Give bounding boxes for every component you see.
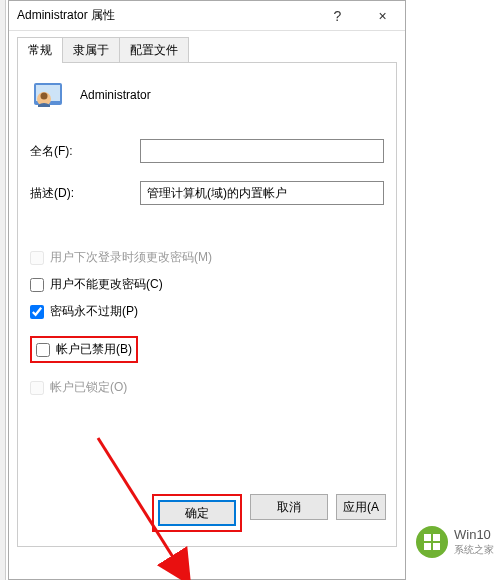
checkbox-cannot-change-password[interactable]: 用户不能更改密码(C) (30, 276, 384, 293)
watermark: Win10 系统之家 (410, 522, 500, 562)
checkbox-account-locked: 帐户已锁定(O) (30, 379, 384, 396)
watermark-subtitle: 系统之家 (454, 543, 494, 557)
background-sliver (0, 0, 6, 580)
account-disabled-highlight: 帐户已禁用(B) (30, 336, 138, 363)
close-button[interactable]: × (360, 1, 405, 30)
user-name-label: Administrator (80, 88, 151, 102)
tab-member-of[interactable]: 隶属于 (62, 37, 120, 63)
svg-rect-8 (433, 543, 440, 550)
checkbox-never-expires-input[interactable] (30, 305, 44, 319)
tab-panel-general: Administrator 全名(F): 描述(D): 用户下次登录时须更改密码… (17, 62, 397, 547)
svg-rect-5 (424, 534, 431, 541)
checkbox-must-change-input (30, 251, 44, 265)
ok-button-highlight: 确定 (152, 494, 242, 532)
svg-rect-7 (424, 543, 431, 550)
cancel-button[interactable]: 取消 (250, 494, 328, 520)
description-row: 描述(D): (30, 181, 384, 205)
watermark-logo-icon (416, 526, 448, 558)
checkbox-disabled-input[interactable] (36, 343, 50, 357)
apply-button[interactable]: 应用(A (336, 494, 386, 520)
checkbox-locked-label: 帐户已锁定(O) (50, 379, 127, 396)
tab-general[interactable]: 常规 (17, 37, 63, 63)
fullname-label: 全名(F): (30, 143, 140, 160)
window-title: Administrator 属性 (17, 7, 315, 24)
svg-rect-6 (433, 534, 440, 541)
checkbox-locked-input (30, 381, 44, 395)
ok-button[interactable]: 确定 (158, 500, 236, 526)
properties-dialog: Administrator 属性 ? × 常规 隶属于 配置文件 Adminis… (8, 0, 406, 580)
fullname-input[interactable] (140, 139, 384, 163)
user-account-icon (30, 77, 66, 113)
checkbox-must-change-label: 用户下次登录时须更改密码(M) (50, 249, 212, 266)
dialog-buttons: 确定 取消 应用(A (152, 494, 386, 532)
watermark-text: Win10 系统之家 (454, 527, 494, 557)
fullname-row: 全名(F): (30, 139, 384, 163)
user-header: Administrator (30, 77, 384, 113)
checkbox-disabled-label: 帐户已禁用(B) (56, 341, 132, 358)
checkbox-never-expires-label: 密码永不过期(P) (50, 303, 138, 320)
description-input[interactable] (140, 181, 384, 205)
checkbox-must-change-password: 用户下次登录时须更改密码(M) (30, 249, 384, 266)
checkbox-password-never-expires[interactable]: 密码永不过期(P) (30, 303, 384, 320)
tab-strip: 常规 隶属于 配置文件 (17, 37, 405, 63)
titlebar: Administrator 属性 ? × (9, 1, 405, 31)
watermark-title: Win10 (454, 527, 494, 543)
titlebar-buttons: ? × (315, 1, 405, 30)
description-label: 描述(D): (30, 185, 140, 202)
checkbox-cannot-change-label: 用户不能更改密码(C) (50, 276, 163, 293)
checkbox-account-disabled[interactable]: 帐户已禁用(B) (36, 341, 132, 358)
help-button[interactable]: ? (315, 1, 360, 30)
tab-profile[interactable]: 配置文件 (119, 37, 189, 63)
checkbox-cannot-change-input[interactable] (30, 278, 44, 292)
svg-point-3 (41, 93, 48, 100)
